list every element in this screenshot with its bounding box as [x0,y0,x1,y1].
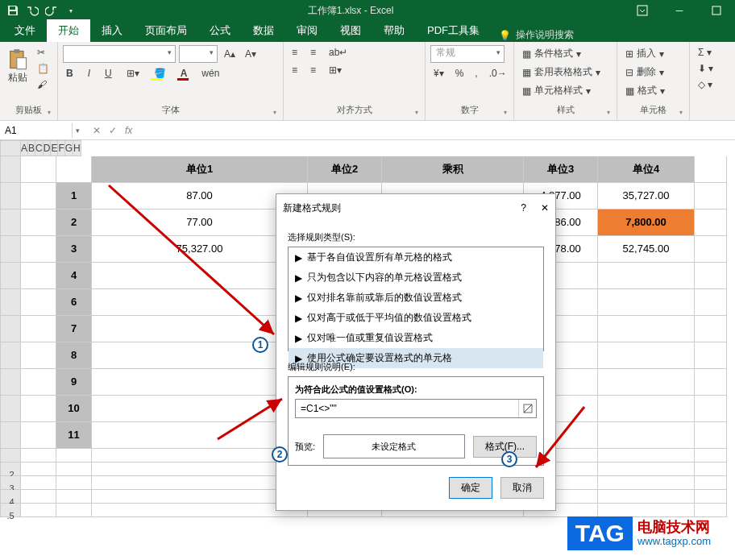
cell[interactable] [695,263,727,289]
row-header[interactable] [0,396,21,422]
cell[interactable] [695,236,727,263]
range-selector-icon[interactable] [518,400,536,417]
tab-review[interactable]: 审阅 [285,19,329,42]
cell[interactable] [21,236,56,263]
cancel-button[interactable]: 取消 [500,477,544,499]
font-color-icon[interactable]: A [177,66,191,81]
cell[interactable] [695,449,727,463]
cell[interactable] [598,463,695,476]
cell[interactable]: 8 [56,342,92,369]
cell[interactable] [695,463,727,476]
cell[interactable] [695,289,727,316]
cell[interactable]: 11 [56,422,92,449]
row-header[interactable]: .3 [0,476,21,490]
cell[interactable] [21,476,56,490]
cell[interactable]: 4 [56,263,92,289]
undo-icon[interactable] [26,4,39,17]
cell[interactable] [695,490,727,504]
cell[interactable]: 单位4 [598,156,695,183]
underline-button[interactable]: U [102,66,115,81]
cell[interactable] [21,449,56,463]
row-header[interactable] [0,422,21,449]
cut-icon[interactable]: ✂ [34,45,52,60]
cell[interactable]: 单位1 [92,156,308,183]
fill-icon[interactable]: ⬇ ▾ [695,61,716,76]
cell[interactable]: 9 [56,369,92,396]
cell[interactable]: 7,800.00 [598,209,695,236]
cell[interactable] [21,263,56,289]
tab-home[interactable]: 开始 [47,19,90,42]
dialog-help-icon[interactable]: ? [521,202,526,214]
align-top-icon[interactable]: ≡ [289,45,301,60]
cell[interactable]: 3 [56,236,92,263]
row-header[interactable]: .5 [0,504,21,517]
cell[interactable]: 6 [56,289,92,316]
row-header[interactable]: .4 [0,490,21,504]
row-header[interactable] [0,289,21,316]
tab-view[interactable]: 视图 [329,19,372,42]
cell[interactable] [598,449,695,463]
cell[interactable]: 35,727.00 [598,183,695,209]
row-header[interactable] [0,263,21,289]
cell[interactable] [56,449,92,463]
cell[interactable] [56,476,92,490]
cell[interactable] [598,342,695,369]
dialog-close-icon[interactable]: ✕ [541,202,549,214]
name-box[interactable]: A1 [0,123,73,138]
decrease-font-icon[interactable]: A▾ [242,47,260,61]
phonetic-icon[interactable]: wén [198,66,222,81]
tab-formulas[interactable]: 公式 [198,19,242,42]
fx-confirm-icon[interactable]: ✓ [109,125,117,136]
percent-icon[interactable]: % [452,66,467,81]
cell[interactable]: 单位3 [524,156,598,183]
cell[interactable] [21,504,56,517]
select-all-triangle[interactable] [0,140,21,156]
tab-layout[interactable]: 页面布局 [134,19,198,42]
ok-button[interactable]: 确定 [449,477,492,499]
rule-type-item[interactable]: ▶仅对排名靠前或靠后的数值设置格式 [289,288,543,308]
tell-me-search[interactable]: 💡 操作说明搜索 [491,28,582,42]
delete-cells-button[interactable]: ⊟ 删除 ▾ [622,64,668,81]
cell[interactable] [21,490,56,504]
col-D[interactable]: D [44,140,52,156]
comma-icon[interactable]: , [471,66,480,81]
cell[interactable] [598,369,695,396]
tab-file[interactable]: 文件 [3,19,47,42]
cell[interactable] [598,422,695,449]
cell[interactable] [21,422,56,449]
tab-data[interactable]: 数据 [242,19,285,42]
row-header[interactable] [0,316,21,342]
table-format-button[interactable]: ▦套用表格格式 ▾ [519,64,604,81]
cell[interactable]: 52,745.00 [598,236,695,263]
align-center-icon[interactable]: ≡ [307,63,319,77]
col-A[interactable]: A [21,140,28,156]
cell[interactable] [695,183,727,209]
rule-type-item[interactable]: ▶仅对唯一值或重复值设置格式 [289,328,543,348]
row-header[interactable] [0,183,21,209]
cell[interactable] [21,183,56,209]
cell[interactable] [598,316,695,342]
format-painter-icon[interactable]: 🖌 [34,77,52,92]
insert-cells-button[interactable]: ⊞ 插入 ▾ [622,45,668,62]
fx-cancel-icon[interactable]: ✕ [93,125,101,136]
fill-color-icon[interactable]: 🪣 [151,66,169,81]
cell[interactable] [21,209,56,236]
ribbon-options-icon[interactable] [624,0,661,21]
tab-insert[interactable]: 插入 [90,19,134,42]
cell[interactable]: 1 [56,183,92,209]
ab-wrap-icon[interactable]: ab↵ [326,45,351,60]
conditional-format-button[interactable]: ▦条件格式 ▾ [519,45,604,62]
rule-type-item[interactable]: ▶只为包含以下内容的单元格设置格式 [289,268,543,288]
rule-type-item[interactable]: ▶基于各自值设置所有单元格的格式 [289,247,543,268]
cell[interactable] [21,396,56,422]
number-format-select[interactable]: 常规 [430,45,505,63]
cell[interactable] [695,156,727,183]
row-header[interactable] [0,156,21,183]
increase-font-icon[interactable]: A▴ [221,47,239,61]
cell[interactable]: 10 [56,396,92,422]
cell[interactable] [598,289,695,316]
align-left-icon[interactable]: ≡ [289,63,301,77]
col-G[interactable]: G [65,140,73,156]
row-header[interactable] [0,236,21,263]
rule-type-item[interactable]: ▶仅对高于或低于平均值的数值设置格式 [289,308,543,328]
